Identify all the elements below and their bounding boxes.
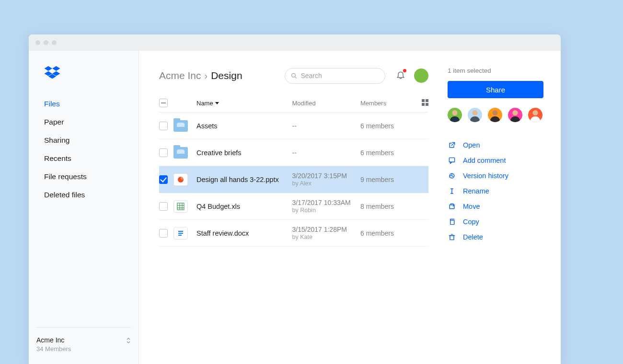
browser-window: FilesPaperSharingRecentsFile requestsDel… [29, 34, 561, 364]
svg-rect-12 [177, 203, 184, 210]
search-input[interactable] [300, 72, 379, 80]
member-avatar[interactable] [508, 108, 522, 122]
file-list: Assets--6 membersCreative briefs--6 memb… [159, 113, 428, 247]
sort-asc-icon [215, 102, 219, 104]
action-comment[interactable]: Add comment [448, 153, 543, 168]
member-avatar[interactable] [488, 108, 502, 122]
action-move[interactable]: Move [448, 199, 543, 214]
column-header-members[interactable]: Members [360, 100, 415, 107]
team-switcher[interactable]: Acme Inc 34 Members [36, 327, 131, 364]
breadcrumb-separator-icon: › [205, 70, 208, 81]
action-copy[interactable]: Copy [448, 214, 543, 229]
file-modified: 3/20/2017 3:15PMby Alex [292, 172, 361, 187]
row-checkbox[interactable] [159, 122, 168, 130]
details-panel: 1 item selected Share OpenAdd commentVer… [448, 65, 543, 364]
main-area: Acme Inc › Design [139, 51, 561, 364]
file-actions: OpenAdd commentVersion historyRenameMove… [448, 137, 543, 245]
action-label: Rename [463, 187, 489, 195]
member-avatar[interactable] [528, 108, 542, 122]
breadcrumb-root[interactable]: Acme Inc [159, 70, 201, 81]
action-label: Move [463, 203, 480, 210]
sidebar: FilesPaperSharingRecentsFile requestsDel… [29, 51, 139, 364]
member-avatar[interactable] [448, 108, 462, 122]
sidebar-nav: FilesPaperSharingRecentsFile requestsDel… [29, 95, 138, 204]
comment-icon [448, 156, 456, 165]
file-row[interactable]: Q4 Budget.xls3/17/2017 10:33AMby Robin8 … [159, 193, 428, 220]
folder-icon [173, 120, 188, 132]
folder-icon [173, 147, 188, 159]
search-box[interactable] [285, 68, 385, 84]
action-label: Add comment [463, 157, 506, 164]
file-modified: 3/17/2017 10:33AMby Robin [292, 199, 361, 214]
sidebar-item-paper[interactable]: Paper [44, 113, 138, 131]
traffic-light-close[interactable] [35, 40, 40, 45]
svg-rect-8 [426, 99, 428, 102]
file-modified: 3/15/2017 1:28PMby Kate [292, 226, 361, 240]
file-modified: -- [292, 149, 361, 157]
member-avatar[interactable] [468, 108, 482, 122]
action-label: Version history [463, 172, 508, 180]
file-row[interactable]: Staff review.docx3/15/2017 1:28PMby Kate… [159, 220, 428, 247]
action-label: Open [463, 141, 480, 149]
open-icon [448, 141, 456, 149]
ppt-file-icon [173, 173, 188, 186]
action-history[interactable]: Version history [448, 168, 543, 183]
notification-badge [403, 69, 406, 72]
traffic-light-min[interactable] [44, 40, 48, 45]
select-all-checkbox[interactable] [159, 99, 168, 107]
column-header-name[interactable]: Name [196, 100, 292, 107]
view-toggle-button[interactable] [415, 99, 428, 107]
notifications-button[interactable] [396, 70, 405, 81]
file-name: Design all hands 3-22.pptx [196, 176, 292, 183]
member-avatars [448, 108, 543, 122]
breadcrumb-current: Design [211, 70, 242, 81]
sidebar-item-recents[interactable]: Recents [44, 149, 138, 168]
file-row[interactable]: Creative briefs--6 members [159, 139, 428, 166]
history-icon [448, 171, 456, 180]
column-header-modified[interactable]: Modified [292, 100, 361, 107]
row-checkbox[interactable] [159, 229, 168, 238]
action-open[interactable]: Open [448, 137, 543, 153]
row-checkbox[interactable] [159, 202, 168, 211]
sidebar-item-files[interactable]: Files [44, 95, 138, 113]
svg-point-5 [292, 73, 296, 77]
file-row[interactable]: Design all hands 3-22.pptx3/20/2017 3:15… [159, 166, 428, 193]
svg-line-6 [295, 77, 297, 78]
sidebar-item-sharing[interactable]: Sharing [44, 131, 138, 149]
move-icon [448, 202, 456, 211]
table-header-row: Name Modified Members [159, 99, 428, 113]
sidebar-item-file-requests[interactable]: File requests [44, 168, 138, 186]
action-delete[interactable]: Delete [448, 229, 543, 245]
chevron-updown-icon [126, 337, 131, 346]
dropbox-logo-icon[interactable] [29, 66, 138, 95]
copy-icon [448, 217, 456, 226]
file-name: Q4 Budget.xls [196, 203, 292, 210]
file-members: 8 members [360, 203, 415, 210]
row-checkbox[interactable] [159, 175, 168, 184]
svg-marker-0 [45, 66, 52, 71]
traffic-light-max[interactable] [52, 40, 57, 45]
file-members: 6 members [360, 229, 415, 237]
file-name: Staff review.docx [196, 229, 292, 237]
row-checkbox[interactable] [159, 148, 168, 157]
svg-rect-7 [422, 99, 425, 102]
svg-rect-23 [450, 220, 454, 225]
delete-icon [448, 233, 456, 241]
svg-rect-24 [450, 236, 454, 240]
team-name: Acme Inc [36, 336, 127, 344]
svg-rect-20 [449, 158, 454, 162]
action-label: Copy [463, 218, 479, 226]
grid-view-icon [422, 99, 428, 106]
content-column: Acme Inc › Design [159, 65, 428, 364]
share-button[interactable]: Share [448, 81, 543, 98]
doc-file-icon [173, 227, 188, 239]
action-rename[interactable]: Rename [448, 183, 543, 199]
search-icon [291, 72, 297, 79]
breadcrumb: Acme Inc › Design [159, 70, 242, 81]
file-row[interactable]: Assets--6 members [159, 113, 428, 139]
file-name: Creative briefs [196, 149, 292, 157]
svg-rect-9 [422, 103, 425, 106]
account-avatar[interactable] [414, 68, 428, 83]
sidebar-item-deleted-files[interactable]: Deleted files [44, 186, 138, 204]
file-members: 6 members [360, 122, 415, 130]
